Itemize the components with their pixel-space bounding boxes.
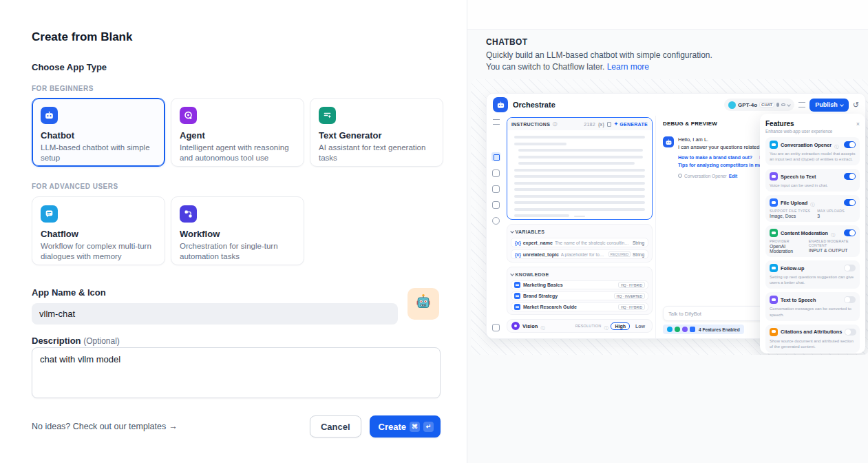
feature-card-conversation-opener: Conversation Opener You are an entity ex… [765,137,860,165]
variables-label: VARIABLES [516,229,545,234]
conversation-opener-icon [770,141,778,149]
info-icon [540,320,544,332]
app-type-card-agent[interactable]: Agent Intelligent agent with reasoning a… [171,98,304,167]
modal-footer: No ideas? Check out our templates→ Cance… [32,415,441,438]
app-type-card-text-generator[interactable]: Text Generator AI assistant for text gen… [310,98,443,167]
instructions-panel: INSTRUCTIONS 2182 {x} ✦ GENERATE [507,117,653,220]
char-count: 2182 [584,122,595,127]
feature-card-file-upload: File Upload SUPPORT FILE TYPESImage, Doc… [765,195,860,222]
model-provider-icon [728,101,736,109]
toggle [844,173,856,180]
app-name-label: App Name & Icon [32,287,106,298]
resolution-high-option: High [611,322,630,330]
vision-feature-icon [511,322,520,330]
variable-token-icon: {x} [515,252,521,257]
clipboard-icon [607,122,611,127]
bot-greeting: Hello, I am L. I can answer your questio… [678,136,769,152]
conversation-opener-row: Conversation Opener Edit [678,174,769,178]
retrieval-tag: HQ · HYBRID [618,304,645,310]
instructions-skeleton [507,130,652,220]
features-enabled-badge: 4 Features Enabled [663,325,744,334]
variable-row: {x} expert_name The name of the strategi… [511,238,648,247]
info-description: Quickly build an LLM-based chatbot with … [486,50,728,74]
speech-to-text-icon [770,172,778,181]
app-type-description: LLM-based chatbot with simple setup [41,143,156,163]
content-moderation-icon [770,229,778,237]
model-selector: GPT-4o CHAT [724,99,794,111]
templates-link[interactable]: No ideas? Check out our templates→ [32,422,178,431]
feature-dot-icon [690,327,695,332]
text-to-speech-icon [770,296,778,304]
app-type-name: Agent [180,130,295,141]
robot-emoji-icon [414,294,432,314]
chevron-down-icon [510,273,514,276]
history-icon: ↺ [853,101,859,110]
app-type-card-chatflow[interactable]: Chatflow Workflow for complex multi-turn… [32,196,165,265]
toggle [844,265,856,271]
preview-window-header: Orchestrate GPT-4o CHAT Publish [487,94,865,116]
toggle [844,296,856,303]
features-subtitle: Enhance web-app user experience [765,129,860,134]
edit-link: Edit [729,174,737,178]
close-icon: × [856,121,860,127]
knowledge-row: Brand Strategy HQ · INVERTED [511,291,648,300]
vision-card: Vision RESOLUTION High Low [507,319,653,333]
optional-suffix: (Optional) [83,336,120,346]
beginners-section-label: FOR BEGINNERS [32,85,94,92]
model-settings-icon [798,102,805,107]
app-type-info-pane: CHATBOT Quickly build an LLM-based chatb… [467,0,868,463]
app-type-card-chatbot[interactable]: Chatbot LLM-based chatbot with simple se… [32,98,165,167]
suggested-question: How to make a brand stand out?Bes [678,155,769,160]
variables-card: VARIABLES + Add {x} expert_name The name… [507,224,653,263]
advanced-cards-row: Chatflow Workflow for complex multi-turn… [32,196,304,265]
app-type-name: Workflow [180,229,295,239]
toggle [844,141,856,148]
preview-window-title: Orchestrate [513,101,555,109]
sliders-icon [493,119,500,125]
arrow-right-icon: → [169,422,178,431]
app-name-input[interactable] [32,303,398,325]
app-type-name: Chatbot [41,130,156,141]
citations-icon [770,328,778,336]
app-type-card-workflow[interactable]: Workflow Orchestration for single-turn a… [171,196,304,265]
cancel-button[interactable]: Cancel [310,415,361,438]
app-type-name: Text Generator [319,130,434,141]
feature-dot-icon [682,327,688,332]
document-tab-icon [492,185,500,193]
chatflow-icon [41,205,58,223]
model-mode-badge: CHAT [759,102,774,107]
feature-card-content-moderation: Content Moderation PROVIDEROpenAI Modera… [765,225,860,257]
feature-card-follow-up: Follow-up Setting up next questions sugg… [765,260,860,289]
knowledge-card: KNOWLEDGE ⇅ Rerank Settings + Add Market… [507,267,653,315]
text-generator-icon [319,107,336,124]
retrieval-tag: HQ · INVERTED [614,293,645,299]
chevron-down-icon [840,103,844,107]
collapse-icon [492,324,500,331]
bot-avatar [663,136,674,147]
info-icon [831,227,835,239]
required-badge: REQUIRED [608,251,631,257]
toggle [844,229,856,236]
chatbot-icon [41,107,58,124]
info-icon [553,121,557,127]
description-label: Description (Optional) [32,336,120,346]
preview-app-icon [493,97,508,112]
beginner-cards-row: Chatbot LLM-based chatbot with simple se… [32,98,443,167]
retrieval-tag: HQ · HYBRID [618,282,645,288]
create-button[interactable]: Create ⌘ ↵ [370,415,441,438]
description-textarea[interactable]: chat with vllm model [32,347,441,398]
app-type-description: Orchestration for single-turn automation… [180,241,295,261]
sparkle-icon: ✦ [614,121,618,127]
orchestrate-tab-icon [491,152,500,161]
knowledge-label: KNOWLEDGE [516,272,549,277]
info-icon [810,196,814,209]
dataset-icon [514,293,520,299]
app-icon-picker[interactable] [407,288,439,320]
knowledge-row: Market Research Guide HQ · HYBRID [511,302,648,311]
app-type-name: Chatflow [41,229,156,239]
feature-card-speech-to-text: Speech to Text Voice input can be used i… [765,169,860,192]
learn-more-link[interactable]: Learn more [607,62,649,72]
agent-icon [180,107,197,124]
preview-left-rail [487,116,505,338]
suggested-question: Tips for analyzing competitors in marke [678,163,769,167]
